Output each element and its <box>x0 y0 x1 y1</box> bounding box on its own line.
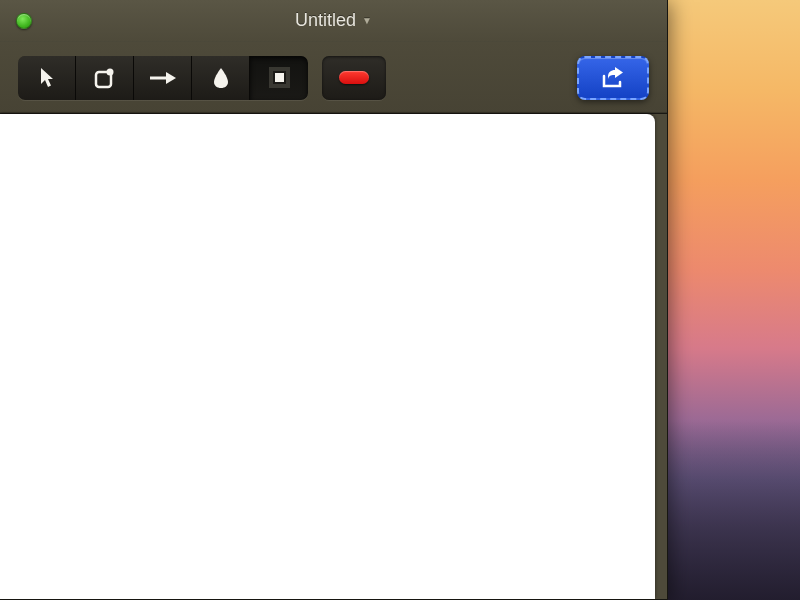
arrow-icon <box>149 70 177 86</box>
blur-tool-button[interactable] <box>192 56 250 100</box>
tool-group <box>18 56 308 100</box>
toolbar <box>0 42 667 114</box>
shape-icon <box>94 67 116 89</box>
chevron-down-icon: ▼ <box>362 15 372 26</box>
window-title[interactable]: Untitled ▼ <box>295 10 372 31</box>
canvas-area[interactable] <box>0 114 655 599</box>
titlebar[interactable]: Untitled ▼ <box>0 0 667 42</box>
title-text: Untitled <box>295 10 356 31</box>
color-swatch-icon <box>339 71 369 84</box>
crop-tool-button[interactable] <box>250 56 308 100</box>
share-button[interactable] <box>577 56 649 100</box>
crop-icon <box>275 73 284 82</box>
pointer-tool-button[interactable] <box>18 56 76 100</box>
share-icon <box>600 67 626 89</box>
arrow-tool-button[interactable] <box>134 56 192 100</box>
app-window: Untitled ▼ <box>0 0 668 600</box>
svg-point-1 <box>106 68 113 75</box>
zoom-traffic-light[interactable] <box>16 13 32 29</box>
color-picker-button[interactable] <box>322 56 386 100</box>
shape-tool-button[interactable] <box>76 56 134 100</box>
pointer-icon <box>38 67 56 89</box>
droplet-icon <box>213 67 229 89</box>
